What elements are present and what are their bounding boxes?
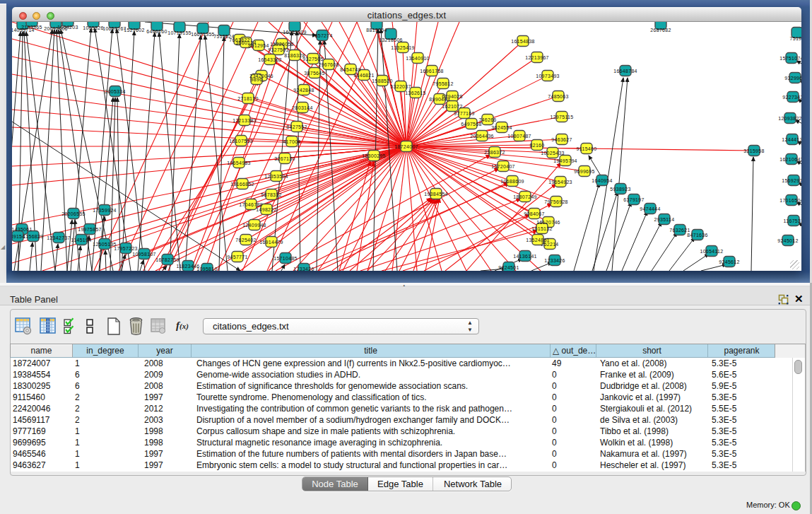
svg-text:13640910: 13640910 [406, 56, 430, 61]
svg-text:1615132: 1615132 [531, 226, 552, 231]
svg-text:13218506: 13218506 [379, 37, 403, 42]
svg-text:7625402: 7625402 [235, 238, 256, 243]
svg-text:16154838: 16154838 [511, 39, 535, 44]
svg-text:15710485: 15710485 [273, 256, 298, 261]
svg-text:19384554: 19384554 [424, 192, 448, 197]
svg-text:16210643: 16210643 [779, 157, 801, 162]
svg-text:10958107: 10958107 [132, 252, 156, 257]
svg-text:1527602: 1527602 [124, 28, 144, 33]
svg-text:8186328: 8186328 [284, 53, 305, 58]
svg-text:12505135: 12505135 [93, 242, 117, 247]
svg-text:2967608: 2967608 [318, 62, 339, 67]
svg-text:7485063: 7485063 [548, 94, 568, 99]
svg-text:15751074: 15751074 [779, 56, 801, 61]
svg-text:9777169: 9777169 [454, 111, 474, 116]
svg-text:1435061: 1435061 [12, 227, 33, 232]
svg-text:13325419: 13325419 [391, 45, 415, 50]
svg-text:1498222: 1498222 [256, 207, 276, 212]
svg-text:9699695: 9699695 [574, 169, 594, 174]
svg-text:10973493: 10973493 [536, 74, 560, 78]
svg-text:1804203: 1804203 [57, 25, 78, 30]
svg-text:17046789: 17046789 [239, 202, 263, 207]
svg-text:1095810: 1095810 [196, 267, 217, 271]
svg-text:8813054: 8813054 [366, 28, 387, 33]
svg-text:1733426: 1733426 [544, 258, 565, 263]
svg-text:9329966: 9329966 [784, 76, 801, 81]
svg-text:18300295: 18300295 [362, 153, 386, 158]
svg-text:1156829: 1156829 [23, 234, 44, 239]
svg-text:10807487: 10807487 [507, 134, 531, 139]
svg-text:1167533: 1167533 [784, 218, 801, 223]
svg-text:5322037: 5322037 [390, 84, 411, 89]
svg-text:12409948: 12409948 [242, 223, 266, 228]
svg-text:19975857: 19975857 [78, 227, 102, 232]
svg-text:9224501: 9224501 [498, 265, 519, 270]
svg-text:5938923: 5938923 [610, 187, 630, 192]
svg-text:16648784: 16648784 [613, 69, 637, 74]
svg-text:9327503: 9327503 [268, 47, 288, 52]
svg-text:9474444: 9474444 [640, 206, 660, 211]
svg-text:16671355: 16671355 [191, 32, 215, 37]
svg-text:2803144: 2803144 [292, 105, 312, 110]
svg-text:8427552: 8427552 [286, 124, 307, 129]
svg-text:10653267: 10653267 [102, 26, 126, 31]
svg-text:3624554: 3624554 [491, 125, 512, 130]
svg-text:3267130: 3267130 [274, 156, 295, 161]
svg-text:7632621: 7632621 [669, 228, 690, 233]
svg-text:79756928: 79756928 [544, 199, 568, 204]
svg-text:9463627: 9463627 [551, 137, 572, 142]
svg-text:746266: 746266 [478, 117, 496, 122]
svg-text:6497568: 6497568 [461, 122, 481, 127]
svg-text:9115460: 9115460 [577, 146, 597, 151]
svg-text:9084067: 9084067 [524, 211, 544, 216]
svg-text:6794028: 6794028 [442, 94, 462, 99]
svg-text:19166852: 19166852 [230, 182, 254, 187]
svg-text:16961758: 16961758 [420, 69, 444, 74]
svg-text:6466160: 6466160 [146, 29, 167, 34]
svg-text:1621072: 1621072 [442, 104, 462, 109]
svg-text:9327505: 9327505 [302, 57, 323, 62]
svg-text:8454749: 8454749 [340, 67, 360, 72]
svg-text:2687682: 2687682 [650, 28, 671, 33]
svg-text:19495794: 19495794 [553, 158, 577, 163]
svg-text:75194: 75194 [790, 36, 801, 41]
svg-text:252214: 252214 [541, 242, 558, 247]
svg-text:9457771: 9457771 [227, 255, 247, 259]
svg-text:5878312: 5878312 [261, 192, 281, 197]
svg-text:16033809: 16033809 [283, 30, 307, 35]
svg-text:2935114: 2935114 [654, 217, 675, 222]
svg-text:7857274: 7857274 [312, 33, 332, 38]
svg-text:3215958: 3215958 [743, 148, 764, 153]
svg-text:1640954: 1640954 [592, 178, 612, 183]
svg-text:18807249: 18807249 [513, 194, 537, 199]
svg-text:6379197: 6379197 [623, 197, 644, 202]
svg-text:10654112: 10654112 [700, 249, 723, 254]
svg-text:12342737: 12342737 [47, 235, 71, 240]
svg-text:1244413: 1244413 [782, 137, 801, 142]
svg-text:2386372: 2386372 [484, 150, 505, 155]
svg-text:16914479: 16914479 [259, 240, 283, 245]
svg-text:2005334: 2005334 [105, 89, 125, 94]
svg-text:19654983: 19654983 [227, 160, 251, 165]
svg-text:12353594: 12353594 [264, 174, 288, 179]
svg-text:9896: 9896 [251, 77, 263, 82]
svg-text:1065326: 1065326 [83, 25, 103, 30]
svg-text:17957223: 17957223 [114, 246, 138, 251]
svg-text:9245012: 9245012 [777, 238, 798, 243]
svg-text:20364436: 20364436 [470, 134, 494, 139]
svg-text:12213383: 12213383 [233, 118, 257, 123]
svg-text:3875645: 3875645 [304, 71, 324, 76]
svg-text:15226058: 15226058 [270, 42, 294, 47]
svg-text:12975115: 12975115 [550, 115, 573, 119]
svg-text:19654923: 19654923 [548, 180, 572, 185]
svg-text:18724007: 18724007 [394, 144, 418, 149]
svg-text:1362615: 1362615 [405, 90, 425, 95]
svg-text:10025433: 10025433 [541, 151, 565, 156]
svg-text:10719155: 10719155 [167, 30, 192, 35]
svg-text:8471636: 8471636 [687, 233, 707, 238]
svg-text:14136141: 14136141 [513, 254, 537, 259]
svg-text:2718170: 2718170 [237, 96, 258, 101]
svg-text:8912954: 8912954 [248, 43, 269, 48]
svg-text:15692971: 15692971 [782, 178, 801, 183]
svg-text:1733426: 1733426 [293, 267, 314, 271]
